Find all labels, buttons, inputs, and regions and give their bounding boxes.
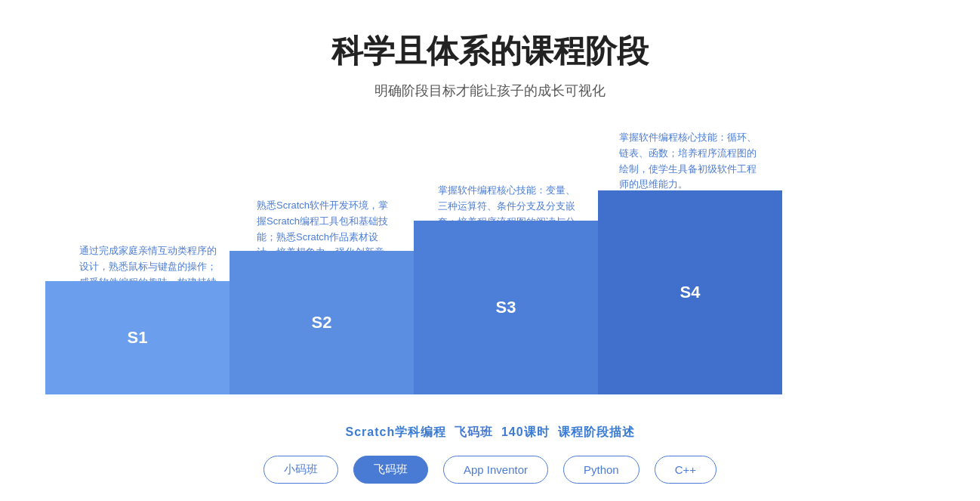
tab-xiaoma[interactable]: 小码班 — [263, 456, 338, 484]
stair-s4-label: S4 — [680, 283, 701, 302]
stair-s2-label: S2 — [312, 313, 332, 332]
tab-row: 小码班 飞码班 App Inventor Python C++ — [45, 456, 935, 484]
stair-s3-label: S3 — [496, 298, 516, 317]
course-stage: 课程阶段描述 — [558, 425, 635, 438]
stair-s4: S4 — [598, 190, 782, 394]
title-section: 科学且体系的课程阶段 明确阶段目标才能让孩子的成长可视化 — [45, 30, 935, 100]
course-hours: 140课时 — [498, 425, 554, 438]
sub-title: 明确阶段目标才能让孩子的成长可视化 — [45, 82, 935, 100]
course-prefix: Scratch学科编程 — [345, 425, 450, 438]
tab-feima[interactable]: 飞码班 — [353, 456, 428, 484]
course-info-line: Scratch学科编程 飞码班 140课时 课程阶段描述 — [45, 425, 935, 441]
tab-appinventor[interactable]: App Inventor — [443, 456, 548, 484]
bottom-section: Scratch学科编程 飞码班 140课时 课程阶段描述 小码班 飞码班 App… — [45, 425, 935, 484]
stairs: S1 S2 S3 S4 — [45, 122, 935, 394]
stair-s1-label: S1 — [128, 328, 148, 348]
tab-cpp[interactable]: C++ — [655, 456, 717, 484]
tab-python[interactable]: Python — [563, 456, 639, 484]
main-title: 科学且体系的课程阶段 — [45, 30, 935, 73]
stair-s2: S2 — [230, 251, 414, 394]
course-class: 飞码班 — [455, 425, 493, 438]
page-container: 科学且体系的课程阶段 明确阶段目标才能让孩子的成长可视化 通过完成家庭亲情互动类… — [0, 0, 980, 501]
stair-s1: S1 — [45, 281, 230, 394]
stair-s3: S3 — [414, 221, 598, 394]
stair-section: 通过完成家庭亲情互动类程序的设计，熟悉鼠标与键盘的操作；感受软件编程的趣味，构建… — [45, 122, 935, 394]
